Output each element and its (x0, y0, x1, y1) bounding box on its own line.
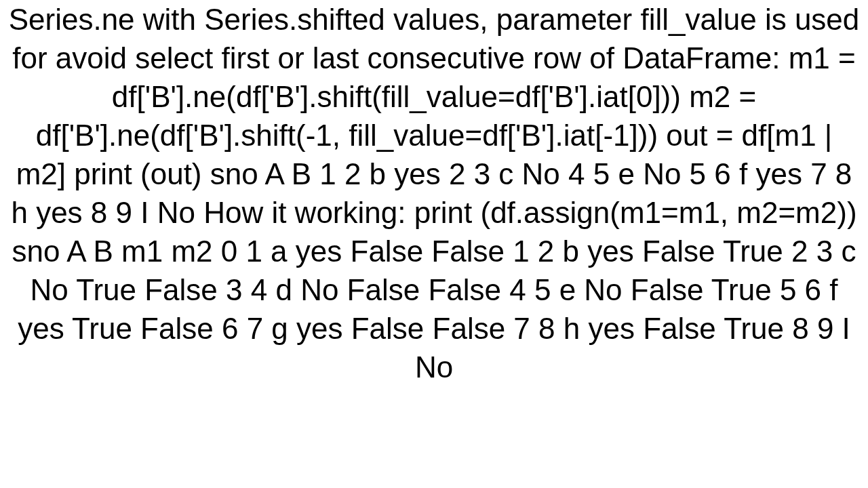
document-body-text: Series.ne with Series.shifted values, pa… (0, 0, 868, 386)
